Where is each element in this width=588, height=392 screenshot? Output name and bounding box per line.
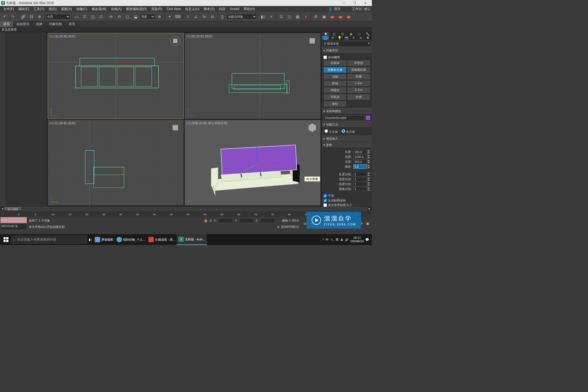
menu-animation[interactable]: 动画(A) (109, 7, 124, 11)
render-online-button[interactable]: 🫖 (336, 13, 344, 20)
redo-button[interactable]: ↷ (9, 13, 17, 20)
color-swatch[interactable] (366, 116, 370, 120)
obj-ringwave[interactable]: 环形波 (323, 94, 347, 100)
object-name-input[interactable] (323, 115, 365, 120)
login-label[interactable]: 登录 (334, 7, 341, 11)
geometry-subtab[interactable]: ◯ (322, 36, 329, 40)
helpers-subtab[interactable]: ✢ (350, 36, 357, 40)
menu-modifiers[interactable]: 修改器(M) (90, 7, 109, 11)
ribbon-tab-modeling[interactable]: 建模 (0, 21, 13, 27)
smooth-checkbox[interactable] (323, 194, 327, 198)
rollout-parameters[interactable]: ▾ 参数 (322, 142, 372, 148)
obj-capsule[interactable]: 胶囊 (347, 74, 370, 80)
angle-snap-button[interactable]: ∠ (192, 13, 200, 20)
named-selection-sets[interactable]: 创建选择集 (227, 14, 257, 19)
ref-coord-system[interactable]: 视图 (140, 14, 155, 19)
taskbar-item-edge[interactable]: 我的经验_个人... (115, 234, 147, 245)
ribbon-tab-populate[interactable]: 填充 (65, 21, 78, 27)
rotate-button[interactable]: ⟲ (115, 13, 123, 20)
lights-subtab[interactable]: 💡 (336, 36, 343, 40)
obj-hose[interactable]: 软管 (347, 94, 370, 100)
ribbon-panel-label[interactable]: 多边形建模 (2, 27, 17, 32)
render-button[interactable]: 🫖 (328, 13, 336, 20)
ribbon-tab-selection[interactable]: 选择 (33, 21, 46, 27)
viewport-top[interactable]: [+] [顶] [标准] [线框] xy (48, 33, 184, 119)
real-world-checkbox[interactable] (323, 203, 327, 207)
motion-tab[interactable]: ◉ (347, 32, 355, 36)
maxscript-listener[interactable] (0, 217, 27, 223)
notification-icon[interactable]: 💬 (365, 238, 369, 241)
rollout-keyboard-entry[interactable]: ▸ 键盘输入 (322, 136, 372, 142)
material-editor-button[interactable]: ● (302, 13, 310, 20)
height-spinner[interactable] (353, 160, 367, 164)
maximize-button[interactable]: ❐ (349, 1, 360, 5)
layer-button[interactable]: ☰ (277, 13, 285, 20)
max-toggle-button[interactable]: ▣ (365, 221, 370, 226)
modify-tab[interactable]: ◫ (330, 32, 339, 36)
menu-file[interactable]: 文件(F) (1, 7, 16, 11)
move-button[interactable]: ✢ (107, 13, 115, 20)
shapes-subtab[interactable]: ◔ (329, 36, 336, 40)
edit-named-sel-button[interactable]: {} (219, 13, 226, 20)
menu-create[interactable]: 创建(C) (74, 7, 90, 11)
coord-x[interactable] (218, 218, 233, 223)
length-spinner[interactable] (353, 150, 367, 154)
workspace-value[interactable]: 默认 (364, 7, 371, 11)
coord-z[interactable] (260, 218, 275, 223)
rollout-object-type[interactable]: ▾ 对象类型 (322, 47, 372, 54)
systems-subtab[interactable]: ✱ (364, 36, 371, 40)
menu-help[interactable]: 帮助(H) (241, 7, 257, 11)
maxscript-mini[interactable]: MAXScript 迷 (0, 224, 27, 230)
menu-civilview[interactable]: Civil View (164, 7, 183, 11)
rollout-creation-method[interactable]: ▾ 创建方法 (322, 121, 372, 128)
undo-button[interactable]: ↶ (1, 13, 9, 20)
link-button[interactable]: 🔗 (19, 13, 27, 20)
obj-cext[interactable]: C-Ext (347, 87, 370, 93)
selection-filter[interactable]: 全部 (46, 14, 70, 19)
taskbar-item-3dsmax[interactable]: 3无标题 - Auto... (177, 234, 207, 245)
method-cube[interactable]: 立方体 (324, 129, 338, 134)
placement-button[interactable]: ⬓ (132, 13, 139, 20)
time-slider[interactable]: ◂ 0 / 100 ▸ (0, 206, 372, 211)
mirror-button[interactable]: ▮▯ (259, 13, 267, 20)
render-frame-button[interactable]: ▣ (320, 13, 328, 20)
curve-editor-button[interactable]: ◰ (286, 13, 293, 20)
unlink-button[interactable]: ⛓ (27, 13, 35, 20)
scene-explorer[interactable] (6, 32, 47, 206)
scene-explorer-strip[interactable] (0, 32, 6, 206)
category-dropdown[interactable]: 扩展基本体▾ (323, 41, 371, 47)
height-segs-spinner[interactable] (353, 182, 367, 186)
task-view-button[interactable]: ◧ (87, 234, 93, 245)
width-spinner[interactable] (353, 155, 367, 159)
menu-customize[interactable]: 自定义(U) (183, 7, 202, 11)
viewport-front[interactable]: [+] [前] [标准] [线框] xz (185, 33, 321, 119)
method-box[interactable]: 长方体 (342, 129, 355, 134)
menu-rendering[interactable]: 渲染(R) (149, 7, 164, 11)
clock-time[interactable]: 18:11 (350, 236, 364, 240)
menu-grapheditors[interactable]: 图形编辑器(D) (124, 7, 149, 11)
render-setup-button[interactable]: ⚙ (312, 13, 320, 20)
menu-content[interactable]: 内容 (217, 7, 228, 11)
fillet-spinner[interactable] (353, 164, 367, 169)
window-crossing-button[interactable]: ⊡ (97, 13, 105, 20)
obj-torusknot[interactable]: 环形结 (347, 60, 370, 66)
volume-icon[interactable]: 🔊 (345, 238, 349, 241)
ribbon-tab-objectpaint[interactable]: 对象绘制 (46, 21, 65, 27)
obj-spindle[interactable]: 纺锤 (323, 80, 347, 87)
spinner-snap-button[interactable]: ⊟ (209, 13, 216, 20)
clock-date[interactable]: 2020/6/14 (350, 240, 364, 243)
percent-snap-button[interactable]: % (200, 13, 208, 20)
bind-button[interactable]: ⊗ (36, 13, 43, 20)
select-object-button[interactable]: ▭ (73, 13, 80, 20)
width-segs-spinner[interactable] (353, 177, 367, 181)
time-tag-icon[interactable]: ◉ (277, 225, 280, 229)
ime-indicator[interactable]: 中 (326, 238, 329, 242)
snap-button[interactable]: 3 (184, 13, 192, 20)
obj-chamferbox[interactable]: 切角长方体 (323, 67, 347, 73)
obj-oiltank[interactable]: 油罐 (323, 74, 347, 80)
menu-scripting[interactable]: 脚本(S) (201, 7, 217, 11)
select-region-button[interactable]: ◫ (89, 13, 97, 20)
length-segs-spinner[interactable] (353, 172, 367, 176)
schematic-button[interactable]: ▦ (294, 13, 301, 20)
cameras-subtab[interactable]: 📷 (343, 36, 350, 40)
